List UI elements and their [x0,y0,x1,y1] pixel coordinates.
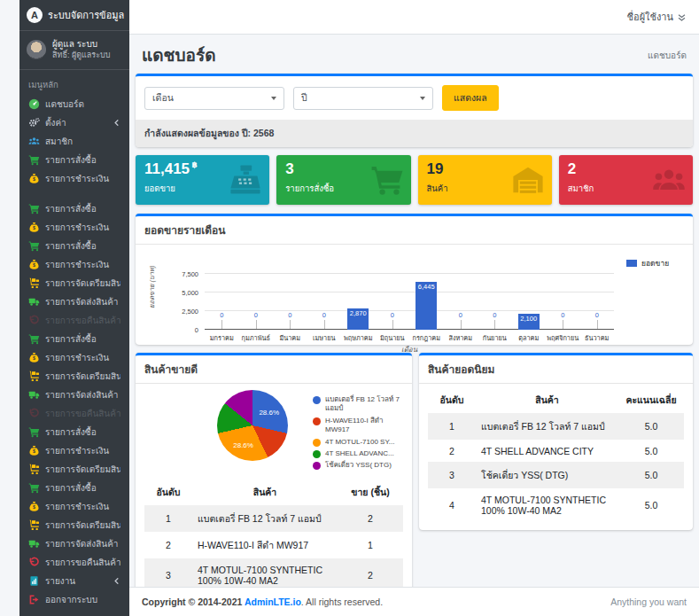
sidebar-item[interactable]: รายการขอคืนสินค้า [23,553,126,572]
sidebar-item-label: ออกจากระบบ [45,593,120,606]
x-axis-tick: เมษายน [307,333,342,343]
legend-label: H-WAVE110-I สีดำ MW917 [325,417,407,435]
svg-text:$: $ [33,504,35,510]
breadcrumb[interactable]: แดชบอร์ด [648,49,687,62]
stat-box[interactable]: 3รายการสั่งซื้อ [276,155,410,205]
app-logo-icon: A [27,7,43,23]
sidebar-item[interactable]: ออกจากระบบ [23,590,126,609]
table-header: คะแนนเฉลี่ย [618,387,684,413]
brand[interactable]: A ระบบจัดการข้อมูล [19,0,129,31]
user-panel[interactable]: ผู้ดูแล ระบบ สิทธิ์: ผู้ดูแลระบบ [19,31,129,70]
sidebar-item[interactable]: รายการสั่งซื้อ [23,423,126,441]
user-menu-button[interactable]: ชื่อผู้ใช้งาน [627,9,687,25]
legend-label: โช้คเดี่ยว YSS( DTG) [325,461,392,470]
x-axis-tick: กันยายน [478,333,512,343]
pie-slice-label: 28.6% [259,409,279,417]
sidebar-item[interactable]: รายการขอคืนสินค้า [23,404,126,423]
signout-icon [28,594,40,605]
sidebar-item-label: รายการสั่งซื้อ [45,202,120,215]
sidebar-item[interactable]: รายการจัดเตรียมสินค้า [23,274,126,292]
undo-icon [28,315,40,326]
legend-dot [313,396,321,404]
undo-icon [28,557,40,568]
bar-value-label: 0 [459,311,462,319]
warehouse-icon [511,163,545,197]
sidebar-item[interactable]: รายการจัดส่งสินค้า [23,386,126,404]
table-cell: 2 [144,532,192,558]
sidebar-item[interactable]: รายการสั่งซื้อ [23,199,126,218]
main-area: ชื่อผู้ใช้งาน แดชบอร์ด แดชบอร์ด เดือน ปี… [129,0,699,616]
sidebar-item[interactable]: รายการสั่งซื้อ [23,330,126,348]
legend-dot [313,439,321,447]
sidebar-item[interactable]: รายการจัดส่งสินค้า [23,534,126,553]
monthly-sales-chart: 02,5005,0007,5000มกราคม0กุมภาพันธ์0มีนาค… [136,245,693,345]
truck-loading-icon [28,277,40,289]
table-header: ขาย (ชิ้น) [338,480,403,505]
cash-register-icon [229,163,262,197]
sidebar-item[interactable]: $รายการชำระเงิน [23,348,126,367]
money-icon: $ [28,259,40,270]
x-axis-title: เดือน [205,344,614,355]
sidebar-item-label: สมาชิก [45,135,120,148]
bar-value-label: 0 [254,311,258,319]
svg-text:$: $ [33,262,35,268]
adminlte-link[interactable]: AdminLTE.io [245,597,301,607]
sidebar-item[interactable]: รายการขอคืนสินค้า [23,311,126,330]
sidebar-item[interactable]: $รายการชำระเงิน [23,169,126,188]
cart-icon [28,426,40,438]
sidebar-item[interactable]: รายการจัดเตรียมสินค้า [23,516,126,534]
sidebar-item[interactable]: $รายการชำระเงิน [23,218,126,237]
x-axis-tick: มกราคม [205,333,239,343]
sidebar-item-label: รายการจัดเตรียมสินค้า [45,370,120,383]
sidebar-item-label: รายการสั่งซื้อ [45,425,120,439]
sidebar-item[interactable]: รายการสั่งซื้อ [23,479,126,497]
sidebar-item-label: รายการสั่งซื้อ [45,239,120,253]
x-axis-tick: กรกฎาคม [409,333,444,343]
table-header: สินค้า [192,480,338,505]
sidebar-item[interactable]: รายการจัดส่งสินค้า [23,292,126,311]
table-cell: 4T SHELL ADVANCE CITY [476,440,618,462]
money-icon: $ [28,501,40,512]
stat-box[interactable]: 2สมาชิก [559,155,693,205]
copyright-text: Copyright © 2014-2021 AdminLTE.io. All r… [142,597,383,607]
sidebar-item[interactable]: รายการจัดเตรียมสินค้า [23,367,126,386]
sidebar-item[interactable]: แดชบอร์ด [23,95,126,113]
sidebar-item-label: ตั้งค่า [45,116,107,129]
show-results-button[interactable]: แสดงผล [442,85,499,111]
table-cell: H-WAVE110-I สีดำ MW917 [192,532,338,558]
y-axis-tick: 0 [195,326,198,334]
sidebar-item-label: รายการชำระเงิน [45,221,120,234]
year-select[interactable]: ปี [293,87,433,110]
sidebar-item-label: รายการจัดส่งสินค้า [45,388,120,402]
table-cell: 1 [144,505,192,532]
pie-slice-label: 28.6% [233,441,253,448]
sidebar-item[interactable]: $รายการชำระเงิน [23,255,126,274]
sidebar-item[interactable]: รายการจัดเตรียมสินค้า [23,460,126,479]
user-menu-label: ชื่อผู้ใช้งาน [627,9,673,25]
stat-box[interactable]: 11,415 ฿ยอดขาย [136,155,269,205]
sidebar-item[interactable]: รายการสั่งซื้อ [23,237,126,255]
pie-chart[interactable]: 28.6%28.6% [217,390,288,461]
table-cell: 5.0 [618,488,684,521]
sidebar-item-label: รายการจัดเตรียมสินค้า [45,463,120,476]
sidebar-item[interactable]: รายงาน [23,572,126,590]
sidebar-item[interactable]: $รายการชำระเงิน [23,441,126,460]
sidebar-item[interactable]: ตั้งค่า [23,113,126,132]
sidebar-item[interactable]: สมาชิก [23,132,126,151]
cart-big-icon [370,163,404,197]
legend-label: 4T MOTUL-7100 SY... [325,438,394,447]
sidebar-item[interactable]: รายการสั่งซื้อ [23,151,126,169]
sidebar-item-label: รายการขอคืนสินค้า [45,556,120,569]
month-select[interactable]: เดือน [144,87,284,110]
table-header: สินค้า [476,387,618,413]
sidebar-item[interactable]: $รายการชำระเงิน [23,497,126,516]
cart-icon [28,333,40,345]
table-row: 24T SHELL ADVANCE CITY5.0 [428,440,684,462]
sidebar-item-label: รายการจัดเตรียมสินค้า [45,519,120,532]
legend-label: 4T SHELL ADVANC... [325,449,394,458]
stat-box[interactable]: 19สินค้า [418,155,552,205]
table-cell: 5.0 [618,440,684,462]
legend-dot [313,462,321,470]
x-axis-tick: พฤษภาคม [341,333,376,343]
chevron-left-icon [113,577,120,585]
